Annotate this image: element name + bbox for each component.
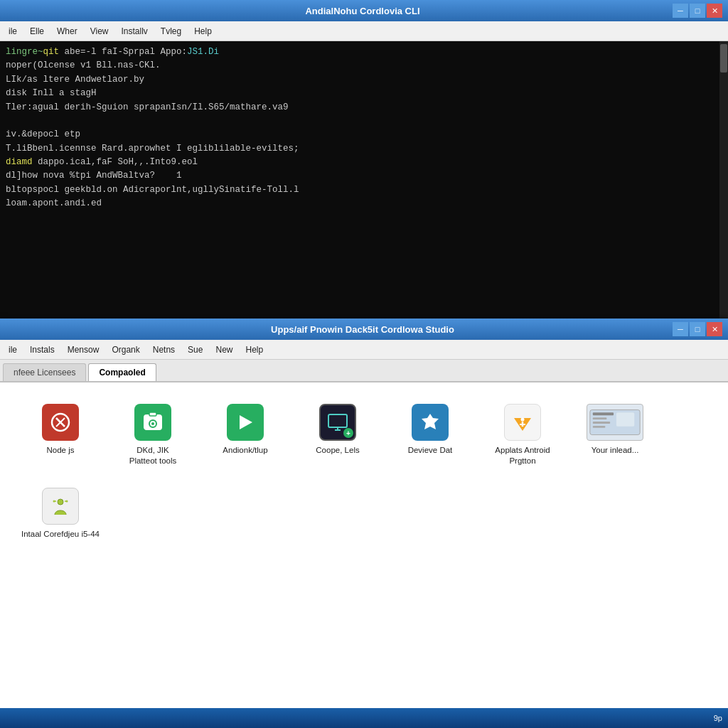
coope-label: Coope, Lels	[316, 445, 359, 456]
svg-point-26	[66, 500, 68, 502]
cli-menubar: ile Elle Wher View Installv Tvleg Help	[0, 21, 728, 41]
applats-svg-icon	[511, 411, 534, 434]
cli-menu-installv[interactable]: Installv	[116, 24, 154, 38]
yourinlead-svg-icon	[587, 404, 643, 441]
studio-menu-file[interactable]: ile	[3, 343, 23, 357]
nodejs-svg-icon	[49, 411, 72, 434]
icon-intaal[interactable]: Intaal Corefdjeu i5-44	[14, 481, 107, 547]
applats-label: Applats AntroidPrgtton	[495, 445, 550, 466]
dkd-svg-icon	[141, 411, 164, 434]
cli-menu-wher[interactable]: Wher	[51, 24, 83, 38]
yourinlead-icon-img	[587, 404, 643, 441]
nodejs-label: Node js	[47, 445, 75, 456]
icon-nodejs[interactable]: Node js	[14, 397, 107, 473]
studio-maximize-button[interactable]: □	[690, 322, 705, 336]
tab-compaoled[interactable]: Compaoled	[88, 363, 156, 381]
cli-menu-elle[interactable]: Elle	[24, 24, 50, 38]
cli-window: AndialNohu Cordlovia CLI ─ □ ✕ ile Elle …	[0, 0, 728, 320]
intaal-label: Intaal Corefdjeu i5-44	[21, 529, 100, 540]
icon-device[interactable]: Devieve Dat	[384, 397, 476, 473]
studio-close-button[interactable]: ✕	[707, 322, 722, 336]
icons-grid: Node js DKd, JIKPlatteot tools	[14, 397, 714, 547]
dkd-label: DKd, JIKPlatteot tools	[129, 445, 176, 466]
coope-badge: +	[343, 428, 353, 438]
cli-menu-file[interactable]: ile	[3, 24, 23, 38]
studio-menubar: ile Instals Mensow Organk Netns Sue New …	[0, 340, 728, 360]
icon-coope[interactable]: + Coope, Lels	[291, 397, 384, 473]
yourinlead-label: Your inlead...	[592, 445, 639, 456]
svg-point-25	[53, 500, 55, 502]
svg-point-6	[151, 422, 154, 425]
studio-title: Upps/aif Pnowin Dack5it Cordlowa Studio	[53, 324, 673, 335]
svg-marker-7	[240, 415, 252, 429]
cli-menu-tvleg[interactable]: Tvleg	[155, 24, 187, 38]
icon-dkd[interactable]: DKd, JIKPlatteot tools	[107, 397, 199, 473]
icon-applats[interactable]: Applats AntroidPrgtton	[476, 397, 569, 473]
svg-rect-18	[593, 417, 607, 419]
nodejs-icon-img	[42, 404, 79, 441]
studio-menu-organk[interactable]: Organk	[106, 343, 145, 357]
studio-minimize-button[interactable]: ─	[673, 322, 688, 336]
studio-menu-netns[interactable]: Netns	[147, 343, 181, 357]
icon-android-tlup[interactable]: Andionk/tlup	[199, 397, 291, 473]
cli-scrollbar-thumb	[720, 44, 727, 73]
svg-rect-4	[149, 412, 156, 416]
svg-rect-8	[328, 414, 347, 427]
studio-menu-new[interactable]: New	[210, 343, 238, 357]
studio-content: Node js DKd, JIKPlatteot tools	[0, 382, 728, 728]
studio-titlebar: Upps/aif Pnowin Dack5it Cordlowa Studio …	[0, 318, 728, 340]
cli-output: lingre~qit abe=-l faI-Sprpal Appo:JS1.Di…	[6, 46, 722, 211]
coope-icon-img: +	[319, 404, 356, 441]
android-icon-img	[227, 404, 264, 441]
android-label: Andionk/tlup	[223, 445, 267, 456]
taskbar-clock: 9p	[714, 714, 722, 722]
cli-maximize-button[interactable]: □	[690, 4, 705, 18]
studio-window: Upps/aif Pnowin Dack5it Cordlowa Studio …	[0, 318, 728, 728]
cli-body: lingre~qit abe=-l faI-Sprpal Appo:JS1.Di…	[0, 41, 728, 320]
taskbar: 9p	[0, 708, 728, 728]
intaal-icon-img	[42, 488, 79, 525]
studio-menu-help[interactable]: Help	[240, 343, 269, 357]
android-play-svg-icon	[234, 411, 257, 434]
svg-rect-20	[593, 426, 606, 428]
tab-licensees[interactable]: nfeee Licensees	[3, 363, 86, 381]
cli-menu-view[interactable]: View	[85, 24, 114, 38]
studio-menu-instals[interactable]: Instals	[24, 343, 60, 357]
intaal-svg-icon	[49, 495, 72, 518]
cli-menu-help[interactable]: Help	[188, 24, 218, 38]
device-svg-icon	[419, 411, 441, 434]
device-icon-img	[412, 404, 449, 441]
cli-window-controls: ─ □ ✕	[673, 4, 722, 18]
dkd-icon-img	[134, 404, 171, 441]
svg-point-22	[58, 499, 63, 505]
applats-icon-img	[504, 404, 541, 441]
studio-tabs-bar: nfeee Licensees Compaoled	[0, 360, 728, 382]
cli-titlebar: AndialNohu Cordlovia CLI ─ □ ✕	[0, 0, 728, 21]
studio-window-controls: ─ □ ✕	[673, 322, 722, 336]
svg-rect-19	[593, 422, 610, 424]
cli-scrollbar[interactable]	[719, 41, 728, 320]
cli-close-button[interactable]: ✕	[707, 4, 722, 18]
svg-rect-21	[616, 412, 634, 427]
icon-yourinlead[interactable]: Your inlead...	[569, 397, 661, 473]
cli-title: AndialNohu Cordlovia CLI	[53, 6, 673, 16]
studio-menu-mensow[interactable]: Mensow	[62, 343, 105, 357]
cli-minimize-button[interactable]: ─	[673, 4, 688, 18]
device-label: Devieve Dat	[408, 445, 453, 456]
svg-rect-17	[593, 412, 614, 415]
svg-point-13	[521, 418, 525, 422]
studio-menu-sue[interactable]: Sue	[182, 343, 208, 357]
